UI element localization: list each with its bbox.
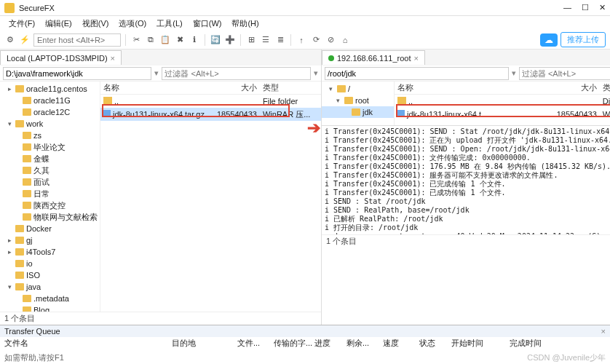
col-name[interactable]: 名称: [395, 82, 547, 94]
tab-label: Local (LAPTOP-1DS3MPID): [7, 54, 108, 63]
tree-node[interactable]: ▸i4Tools7: [0, 246, 100, 258]
upload-button[interactable]: 推荐上传: [561, 32, 606, 47]
tree-node[interactable]: oracle11G: [0, 95, 100, 106]
minimize-button[interactable]: —: [563, 3, 571, 12]
close-icon[interactable]: ×: [414, 54, 419, 63]
menu-window[interactable]: 窗口(W): [189, 17, 226, 31]
home-icon[interactable]: ⌂: [339, 34, 351, 46]
cut-icon[interactable]: ✂: [130, 34, 142, 46]
quickconnect-icon[interactable]: ⚡: [19, 34, 31, 46]
tq-col[interactable]: 完成时间: [510, 338, 568, 349]
tree-node[interactable]: 金蝶: [0, 153, 100, 165]
tq-col[interactable]: 速度: [383, 338, 419, 349]
left-address: ▾ ▾: [0, 66, 321, 82]
tree-node[interactable]: Docker: [0, 223, 100, 234]
tree-node[interactable]: ▾root: [322, 95, 394, 106]
menu-options[interactable]: 选项(O): [114, 17, 151, 31]
tree-node[interactable]: 日常: [0, 188, 100, 199]
tq-close-icon[interactable]: ×: [601, 327, 606, 336]
filter-input[interactable]: [162, 67, 310, 80]
menu-file[interactable]: 文件(F): [4, 17, 39, 31]
cloud-button[interactable]: ☁: [540, 33, 558, 47]
list-row[interactable]: ..Directory1601/1/1 8...: [395, 95, 610, 108]
host-input[interactable]: [33, 33, 121, 47]
col-size[interactable]: 大小: [547, 82, 600, 94]
left-tab[interactable]: Local (LAPTOP-1DS3MPID) ×: [0, 50, 122, 65]
filter-input[interactable]: [519, 67, 610, 80]
tree-node[interactable]: ISO: [0, 269, 100, 281]
sync-icon[interactable]: 🔄: [210, 34, 221, 46]
view-tree-icon[interactable]: ⊞: [245, 34, 257, 46]
connect-icon[interactable]: ⚙: [4, 34, 16, 46]
right-status: 1 个条目: [322, 234, 610, 248]
tree-node[interactable]: zs: [0, 130, 100, 141]
menu-tools[interactable]: 工具(L): [152, 17, 186, 31]
paste-icon[interactable]: 📋: [159, 34, 171, 46]
tq-col[interactable]: 剩余...: [346, 338, 383, 349]
tq-col[interactable]: 目的地: [172, 338, 237, 349]
list-row[interactable]: jdk-8u131-linux-x64.t...185540433WinRAR …: [395, 108, 610, 121]
left-tabbar: Local (LAPTOP-1DS3MPID) ×: [0, 50, 321, 66]
menu-view[interactable]: 视图(V): [78, 17, 114, 31]
tree-node[interactable]: Blog: [0, 304, 100, 312]
tree-node[interactable]: 毕业论文: [0, 141, 100, 153]
tree-node[interactable]: ▾java: [0, 281, 100, 293]
left-list: 名称 大小 类型 ..File folderjdk-8u131-linux-x6…: [100, 82, 321, 312]
tree-node[interactable]: 久其: [0, 165, 100, 176]
right-tabbar: 192.168.66.111_root ×: [322, 50, 610, 66]
menu-help[interactable]: 帮助(H): [227, 17, 263, 31]
right-tab[interactable]: 192.168.66.111_root ×: [322, 50, 425, 65]
menubar: 文件(F) 编辑(E) 视图(V) 选项(O) 工具(L) 窗口(W) 帮助(H…: [0, 16, 610, 31]
refresh-icon[interactable]: ⟳: [310, 34, 322, 46]
tab-label: 192.168.66.111_root: [337, 54, 411, 63]
right-tree[interactable]: ▾/▾rootjdk: [322, 82, 395, 125]
col-type[interactable]: 类型: [260, 82, 321, 94]
col-size[interactable]: 大小: [207, 82, 260, 94]
app-icon: [4, 3, 15, 13]
tree-node[interactable]: ▸gj: [0, 234, 100, 246]
tq-col[interactable]: 状态: [419, 338, 451, 349]
tree-node[interactable]: ▸oracle11g.centos: [0, 83, 100, 95]
tq-col[interactable]: 文件...: [237, 338, 274, 349]
path-input[interactable]: [3, 67, 151, 80]
col-name[interactable]: 名称: [100, 82, 207, 94]
list-header: 名称 大小 类型: [100, 82, 321, 95]
transfer-log[interactable]: i Transfer(0x245C0001): SEND : Stat /roo…: [322, 125, 610, 234]
list-row[interactable]: jdk-8u131-linux-x64.tar.gz185540433WinRA…: [100, 108, 321, 121]
tree-node[interactable]: 物联网与文献检索: [0, 211, 100, 223]
watermark: CSDN @Juvenile少年: [527, 352, 606, 363]
copy-icon[interactable]: ⧉: [145, 34, 157, 46]
right-address: ▾ ▾: [322, 66, 610, 82]
help-hint: 如需帮助,请按F1: [4, 352, 64, 363]
menu-edit[interactable]: 编辑(E): [41, 17, 76, 31]
view-list-icon[interactable]: ☰: [260, 34, 272, 46]
left-tree[interactable]: ▸oracle11g.centosoracle11Goracle12C▾work…: [0, 82, 100, 312]
tree-node[interactable]: jdk: [322, 106, 394, 118]
tree-node[interactable]: 陕西交控: [0, 199, 100, 211]
newfolder-icon[interactable]: ➕: [224, 34, 236, 46]
delete-icon[interactable]: ✖: [174, 34, 186, 46]
path-input[interactable]: [325, 67, 509, 80]
close-icon[interactable]: ×: [111, 54, 115, 63]
tree-node[interactable]: .metadata: [0, 293, 100, 304]
properties-icon[interactable]: ℹ: [189, 34, 200, 46]
up-icon[interactable]: ↑: [296, 34, 307, 46]
tree-node[interactable]: io: [0, 258, 100, 269]
view-details-icon[interactable]: ≣: [274, 34, 286, 46]
tree-node[interactable]: ▾work: [0, 118, 100, 130]
tree-node[interactable]: ▾/: [322, 83, 394, 95]
tq-title: Transfer Queue: [4, 327, 60, 336]
tree-node[interactable]: 面试: [0, 176, 100, 188]
close-button[interactable]: ✕: [599, 3, 606, 12]
stop-icon[interactable]: ⊘: [325, 34, 336, 46]
tq-col[interactable]: 开始时间: [451, 338, 510, 349]
col-type[interactable]: 类型: [600, 82, 610, 94]
tq-col[interactable]: 传输的字...: [274, 338, 314, 349]
panes: Local (LAPTOP-1DS3MPID) × ▾ ▾ ▸oracle11g…: [0, 50, 610, 325]
tree-node[interactable]: oracle12C: [0, 106, 100, 118]
tq-col[interactable]: 进度: [314, 338, 346, 349]
tq-col[interactable]: 文件名: [4, 338, 172, 349]
maximize-button[interactable]: ☐: [582, 3, 589, 12]
list-row[interactable]: ..File folder: [100, 95, 321, 108]
app-title: SecureFX: [19, 4, 563, 12]
